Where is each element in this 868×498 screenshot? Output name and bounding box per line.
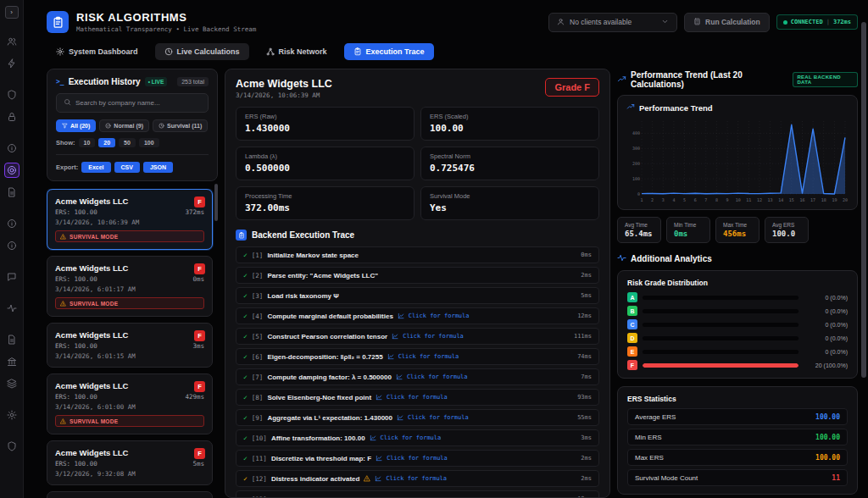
ers-stat-average-ers: Average ERS100.00	[627, 408, 848, 425]
formula-link[interactable]: Click for formula	[387, 394, 448, 401]
history-company: Acme Widgets LLC	[55, 448, 204, 457]
svg-text:13: 13	[768, 197, 773, 202]
warn-icon	[60, 234, 66, 240]
sidebar-item-target[interactable]	[4, 163, 19, 178]
formula-link[interactable]: Click for formula	[403, 333, 464, 340]
trend-icon	[617, 75, 626, 84]
history-duration: 0ms	[192, 275, 204, 283]
ers-stat-max-ers: Max ERS100.00	[627, 449, 848, 466]
run-calculation-button[interactable]: Run Calculation	[684, 13, 770, 32]
tab-system-dashboard[interactable]: System Dashboard	[47, 43, 147, 60]
svg-text:5: 5	[683, 197, 686, 202]
warn-icon	[60, 301, 66, 307]
formula-link[interactable]: Click for formula	[381, 434, 442, 441]
export-json-button[interactable]: JSON	[143, 162, 173, 173]
search-box[interactable]	[56, 93, 209, 113]
svg-text:9: 9	[726, 197, 729, 202]
history-item[interactable]: Acme Widgets LLCFERS: 100.00456ms3/12/20…	[47, 491, 213, 498]
check-icon: ✓	[243, 374, 248, 381]
status-dot	[783, 20, 787, 25]
grade-letter-badge: B	[627, 306, 637, 316]
history-company: Acme Widgets LLC	[55, 263, 204, 273]
sidebar-item-file[interactable]	[4, 185, 19, 200]
sidebar-item-shield[interactable]	[4, 439, 19, 454]
history-list-scrollbar[interactable]	[214, 184, 218, 221]
live-badge: • LIVE	[145, 77, 168, 86]
history-duration: 5ms	[192, 460, 204, 468]
sidebar-item-layers[interactable]	[4, 376, 19, 391]
clipboard-icon	[52, 16, 64, 29]
history-item[interactable]: Acme Widgets LLCFERS: 100.000ms3/14/2026…	[47, 256, 213, 317]
page-scrollbar[interactable]	[861, 0, 866, 498]
show-row: Show: 102050100	[56, 138, 209, 147]
svg-text:100: 100	[632, 176, 640, 181]
performance-chart-card: Performance Trend 0100200300400123456789…	[617, 95, 858, 210]
tab-risk-network[interactable]: Risk Network	[257, 43, 337, 60]
show-option-20[interactable]: 20	[98, 138, 115, 147]
page-scrollbar-thumb[interactable]	[861, 22, 866, 378]
sidebar-item-shield[interactable]	[4, 87, 19, 102]
export-row: Export: ExcelCSVJSON	[56, 154, 209, 173]
history-item[interactable]: Acme Widgets LLCFERS: 100.00372ms3/14/20…	[47, 189, 213, 250]
show-option-50[interactable]: 50	[119, 138, 136, 147]
zap-icon	[7, 58, 17, 69]
svg-text:300: 300	[632, 146, 640, 151]
chart-mini-icon	[398, 313, 404, 319]
formula-link[interactable]: Click for formula	[408, 414, 469, 421]
detail-timestamp: 3/14/2026, 10:06:39 AM	[236, 91, 332, 99]
chart-mini-icon	[370, 434, 376, 441]
client-select-value: No clients available	[570, 18, 656, 26]
app-title: RISK ALGORITHMS	[76, 11, 256, 24]
filter-normal[interactable]: Normal (9)	[99, 119, 149, 132]
users-icon	[7, 36, 17, 47]
chart-mini-icon	[387, 353, 394, 360]
formula-link[interactable]: Click for formula	[387, 455, 448, 462]
sidebar-item-users[interactable]	[4, 34, 19, 49]
grade-row-f: F20 (100.0%)	[627, 360, 848, 370]
formula-link[interactable]: Click for formula	[398, 353, 459, 360]
grade-letter-badge: C	[627, 319, 637, 329]
sidebar-item-zap[interactable]	[4, 56, 19, 71]
sidebar-item-file[interactable]	[4, 332, 19, 347]
sidebar-item-bank[interactable]	[4, 354, 19, 369]
expand-rail-button[interactable]: ›	[5, 6, 19, 19]
check-icon: ✓	[243, 475, 248, 483]
sidebar-item-gear[interactable]	[4, 407, 19, 423]
sidebar-item-info[interactable]	[4, 216, 19, 231]
history-item[interactable]: Acme Widgets LLCFERS: 100.003ms3/14/2026…	[47, 323, 213, 368]
risk-grade-distribution-card: Risk Grade Distribution A0 (0.0%)B0 (0.0…	[617, 270, 858, 379]
filter-survival[interactable]: Survival (11)	[153, 119, 208, 132]
sidebar-item-info[interactable]	[4, 238, 19, 253]
trace-step: ✓[8]Solve Eisenberg-Noe fixed pointClick…	[236, 389, 599, 406]
export-excel-button[interactable]: Excel	[81, 162, 110, 173]
show-option-100[interactable]: 100	[139, 138, 159, 147]
svg-text:18: 18	[821, 197, 826, 202]
tab-execution-trace[interactable]: Execution Trace	[344, 43, 434, 60]
history-item[interactable]: Acme Widgets LLCFERS: 100.005ms3/12/2026…	[47, 440, 213, 485]
tab-live-calculations[interactable]: Live Calculations	[155, 43, 249, 60]
layers-icon	[7, 379, 17, 389]
history-item[interactable]: Acme Widgets LLCFERS: 100.00429ms3/14/20…	[47, 374, 213, 434]
formula-link[interactable]: Click for formula	[409, 313, 470, 319]
show-option-10[interactable]: 10	[79, 138, 96, 147]
sidebar-item-lock[interactable]	[4, 109, 19, 125]
detail-company-title: Acme Widgets LLC	[236, 78, 332, 90]
client-select-dropdown[interactable]: No clients available	[548, 13, 677, 32]
shield-icon	[7, 441, 17, 451]
formula-link[interactable]: Click for formula	[386, 475, 447, 482]
trace-step: ✓[13]Persist to ACID-compliant storage10…	[236, 490, 599, 498]
filter-all[interactable]: All (20)	[56, 119, 96, 132]
formula-link[interactable]: Click for formula	[407, 374, 468, 380]
gear-icon	[7, 410, 17, 420]
export-csv-button[interactable]: CSV	[114, 162, 140, 173]
sidebar-item-activity[interactable]	[4, 301, 19, 316]
svg-text:12: 12	[757, 197, 762, 202]
trace-step: ✓[12]Distress indicator activatedClick f…	[236, 470, 599, 487]
sidebar-item-message[interactable]	[4, 269, 19, 285]
check-icon: ✓	[243, 272, 248, 279]
sidebar-item-info[interactable]	[4, 141, 19, 156]
topbar: RISK ALGORITHMS Mathematical Transparenc…	[47, 0, 858, 39]
history-date: 3/14/2026, 6:01:17 AM	[55, 285, 204, 293]
check-icon: ✓	[243, 292, 248, 300]
search-input[interactable]	[75, 99, 201, 107]
